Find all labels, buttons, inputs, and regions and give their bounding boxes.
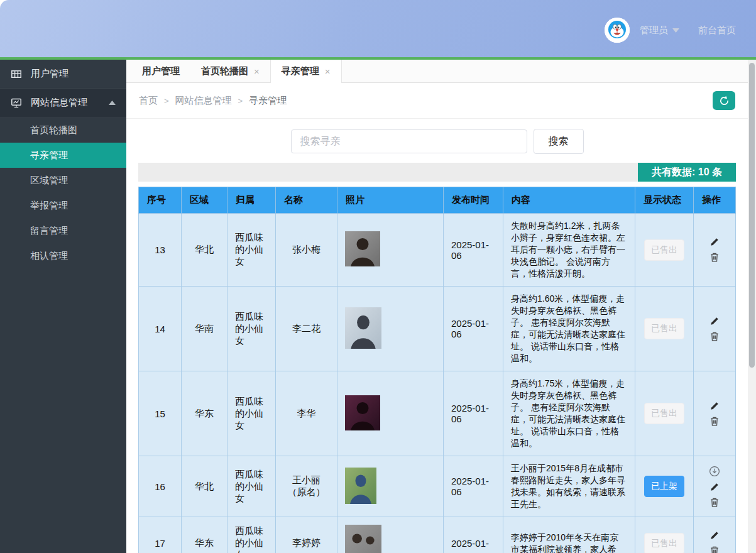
cell-content: 身高约1.60米，体型偏瘦，走失时身穿灰色棉袄、黑色裤子。 患有轻度阿尔茨海默症… [503, 287, 635, 371]
tab[interactable]: 首页轮播图× [190, 60, 270, 82]
cell-id: 15 [139, 371, 182, 456]
table-row: 14华南西瓜味 的小仙 女李二花 2025-01- 06身高约1.60米，体型偏… [139, 287, 736, 371]
refresh-icon [718, 95, 730, 107]
search-button[interactable]: 搜索 [534, 129, 584, 154]
status-badge[interactable]: 已售出 [644, 533, 684, 553]
app-window: 管理员 前台首页 用户管理网站信息管理首页轮播图寻亲管理区域管理举报管理留言管理… [0, 0, 756, 553]
data-count-badge: 共有数据: 10 条 [638, 163, 736, 182]
cell-content: 王小丽于2015年8月在成都市春熙路附近走失，家人多年寻找未果。如有线索，请速联… [503, 456, 635, 517]
cell-name: 李婷婷 [276, 517, 337, 553]
delete-icon[interactable] [709, 497, 720, 508]
delete-icon[interactable] [709, 331, 720, 342]
summary-bar: 共有数据: 10 条 [138, 163, 736, 182]
status-badge[interactable]: 已售出 [644, 403, 684, 424]
download-icon[interactable] [709, 466, 720, 477]
header-right: 管理员 前台首页 [605, 18, 736, 43]
close-icon[interactable]: × [325, 66, 331, 77]
edit-icon[interactable] [709, 237, 720, 247]
edit-icon[interactable] [709, 482, 720, 492]
cell-owner: 西瓜味 的小仙 女 [227, 287, 276, 371]
cell-name: 李二花 [276, 287, 337, 371]
cell-id: 13 [139, 214, 182, 287]
table-container: 序号区域归属名称照片发布时间内容显示状态操作 13华北西瓜味 的小仙 女张小梅 … [138, 187, 736, 553]
cell-name: 王小丽 （原名） [276, 456, 337, 517]
cell-photo [337, 517, 444, 553]
cell-region: 华北 [182, 214, 227, 287]
sidebar-subitem[interactable]: 区域管理 [0, 168, 126, 193]
status-badge[interactable]: 已上架 [644, 476, 684, 497]
breadcrumb-row: 首页>网站信息管理>寻亲管理 [126, 83, 748, 119]
table-row: 13华北西瓜味 的小仙 女张小梅 2025-01- 06失散时身高约1.2米，扎… [139, 214, 736, 287]
breadcrumb-separator: > [164, 96, 169, 106]
breadcrumb-item[interactable]: 首页 [139, 95, 158, 107]
record-photo[interactable] [345, 231, 380, 266]
cell-date: 2025-01- 06 [444, 456, 503, 517]
table-row: 16华北西瓜味 的小仙 女王小丽 （原名） 2025-01- 06王小丽于201… [139, 456, 736, 517]
records-table: 序号区域归属名称照片发布时间内容显示状态操作 13华北西瓜味 的小仙 女张小梅 … [138, 187, 736, 553]
cell-name: 李华 [276, 371, 337, 456]
tab-bar: 用户管理首页轮播图×寻亲管理× [126, 60, 748, 83]
doraemon-avatar-icon [605, 18, 630, 43]
delete-icon[interactable] [709, 545, 720, 553]
cell-owner: 西瓜味 的小仙 女 [227, 371, 276, 456]
vertical-scrollbar[interactable] [748, 60, 756, 553]
edit-icon[interactable] [709, 401, 720, 411]
close-icon[interactable]: × [254, 66, 260, 77]
cell-status: 已售出 [635, 371, 694, 456]
cell-actions [694, 456, 736, 517]
column-header: 名称 [276, 187, 337, 214]
cell-owner: 西瓜味 的小仙 女 [227, 456, 276, 517]
cell-actions [694, 287, 736, 371]
sidebar-subitem[interactable]: 相认管理 [0, 243, 126, 268]
sidebar-subitem[interactable]: 举报管理 [0, 193, 126, 218]
frontend-home-link[interactable]: 前台首页 [698, 25, 736, 36]
grid-icon [11, 68, 22, 80]
record-photo[interactable] [345, 468, 376, 504]
cell-content: 失散时身高约1.2米，扎两条小辫子，身穿红色连衣裙。左耳后有一颗小痣，右手臂有一… [503, 214, 635, 287]
cell-name: 张小梅 [276, 214, 337, 287]
sidebar-subitem[interactable]: 首页轮播图 [0, 118, 126, 143]
column-header: 显示状态 [635, 187, 694, 214]
refresh-button[interactable] [713, 91, 735, 110]
status-badge[interactable]: 已售出 [644, 318, 684, 339]
search-input[interactable] [291, 129, 527, 153]
cell-id: 14 [139, 287, 182, 371]
admin-dropdown[interactable]: 管理员 [640, 25, 679, 36]
column-header: 区域 [182, 187, 227, 214]
chevron-down-icon [672, 28, 679, 33]
delete-icon[interactable] [709, 252, 720, 263]
tab-label: 寻亲管理 [282, 65, 319, 77]
table-row: 15华东西瓜味 的小仙 女李华 2025-01- 06身高约1.75米，体型偏瘦… [139, 371, 736, 456]
sidebar-subitem[interactable]: 留言管理 [0, 218, 126, 243]
cell-region: 华东 [182, 517, 227, 553]
edit-icon[interactable] [709, 316, 720, 326]
cell-owner: 西瓜味 的小仙 女 [227, 517, 276, 553]
tab[interactable]: 用户管理 [131, 60, 190, 82]
cell-photo [337, 371, 444, 456]
edit-icon[interactable] [709, 530, 720, 540]
cell-actions [694, 517, 736, 553]
delete-icon[interactable] [709, 416, 720, 427]
cell-status: 已售出 [635, 214, 694, 287]
cell-actions [694, 371, 736, 456]
sidebar-subitem[interactable]: 寻亲管理 [0, 143, 126, 168]
scrollbar-thumb[interactable] [749, 63, 755, 368]
sidebar-item[interactable]: 用户管理 [0, 60, 126, 89]
status-badge[interactable]: 已售出 [644, 239, 684, 261]
cell-region: 华南 [182, 287, 227, 371]
user-avatar[interactable] [605, 18, 630, 43]
tab[interactable]: 寻亲管理× [270, 60, 342, 83]
cell-status: 已上架 [635, 456, 694, 517]
record-photo[interactable] [345, 307, 381, 349]
table-row: 17华东西瓜味 的小仙 女李婷婷 2025-01-李婷婷于2010年冬天在南京市… [139, 517, 736, 553]
breadcrumb: 首页>网站信息管理>寻亲管理 [139, 95, 287, 107]
breadcrumb-item: 寻亲管理 [249, 95, 287, 107]
cell-status: 已售出 [635, 517, 694, 553]
cell-photo [337, 214, 444, 287]
breadcrumb-item[interactable]: 网站信息管理 [175, 95, 232, 107]
sidebar-item[interactable]: 网站信息管理 [0, 89, 126, 118]
cell-owner: 西瓜味 的小仙 女 [227, 214, 276, 287]
record-photo[interactable] [345, 395, 380, 430]
column-header: 归属 [227, 187, 276, 214]
record-photo[interactable] [345, 525, 381, 553]
